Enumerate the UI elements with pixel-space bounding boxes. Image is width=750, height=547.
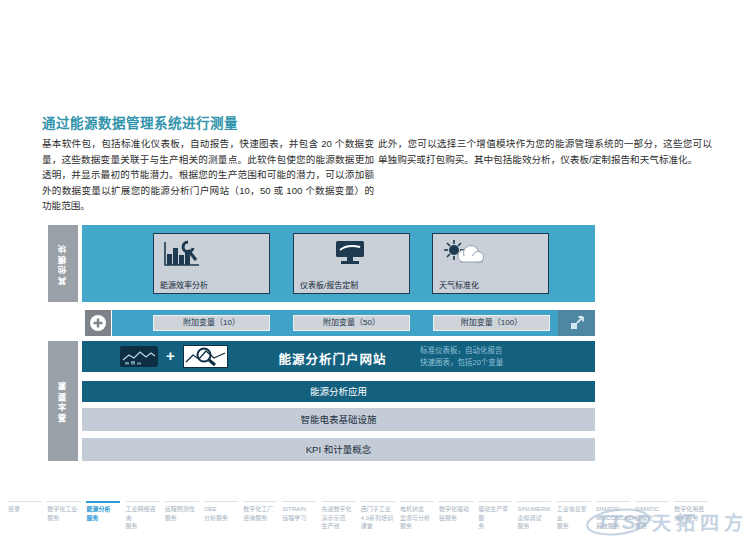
side-label-other-modules: 其他模块 <box>48 225 78 302</box>
watermark-brand-text: TTSF <box>596 510 650 533</box>
side-label-top-text: 其他模块 <box>57 243 69 285</box>
intro-paragraph-right: 此外，您可以选择三个增值模块作为您的能源管理系统的一部分，这些您可以单独购买或打… <box>378 136 712 167</box>
expand-arrows-icon <box>569 315 585 331</box>
tab-sitrain[interactable]: SITRAIN 远程学习 <box>282 501 316 531</box>
tab-industry40-training[interactable]: 西门子工业 4.0系列培训 课堂 <box>361 501 395 531</box>
addon-variables-100-button[interactable]: 附加变量（100） <box>433 315 550 331</box>
tab-digital-drive-chain[interactable]: 数字化驱动 链服务 <box>439 501 473 531</box>
portal-title: 能源分析门户网站 <box>270 349 395 368</box>
portal-notes: 标准仪表板，自动化报告 快速图表，包括20个变量 <box>420 345 503 368</box>
module-label: 仪表板/报告定制 <box>300 279 358 290</box>
tab-catalog[interactable]: 目录 <box>8 501 42 531</box>
addon-variables-50-button[interactable]: 附加变量（50） <box>293 315 410 331</box>
plus-tile <box>85 310 111 336</box>
energy-analysis-portal-row: + 能源分析门户网站 标准仪表板，自动化报告 快速图表，包括20个变量 <box>82 341 595 372</box>
dashboard-thumbnail-icon <box>120 346 158 367</box>
tab-drive-productivity[interactable]: 驱动生产率服 务 <box>478 501 512 531</box>
module-label: 能源效率分析 <box>160 279 208 290</box>
addon-variables-10-button[interactable]: 附加变量（10） <box>153 315 270 331</box>
addon-bar-end-cap <box>558 310 595 336</box>
tab-oee-analysis[interactable]: OEE 分析服务 <box>204 501 238 531</box>
bar-smart-meter-infra: 智能电表基础设施 <box>82 408 595 431</box>
bar-energy-analysis-app: 能源分析应用 <box>82 381 595 402</box>
plus-sign: + <box>166 347 175 364</box>
bar-chart-wrench-icon <box>161 239 203 269</box>
bar-kpi-metering-concept: KPI 和计量概念 <box>82 438 595 461</box>
tab-remote-predictive[interactable]: 远程预测性 服务 <box>165 501 199 531</box>
portal-note-line2: 快速图表，包括20个变量 <box>420 357 503 369</box>
module-weather-normalization[interactable]: 天气标准化 <box>432 233 549 294</box>
watermark-name-text: 天拓四方 <box>652 512 746 534</box>
brochure-page: 通过能源数据管理系统进行测量 基本软件包，包括标准化仪表板，自动报告，快速图表，… <box>0 0 750 547</box>
module-dashboard-reporting[interactable]: 仪表板/报告定制 <box>293 233 410 294</box>
side-label-bottom-text: 基本要素 <box>57 380 69 422</box>
tab-digital-factory[interactable]: 数字化工厂 咨询服务 <box>243 501 277 531</box>
monitor-icon <box>329 239 371 269</box>
watermark-logo: TTSF 天拓四方 <box>586 499 746 545</box>
tab-digital-industry[interactable]: 数字化工业 服务 <box>47 501 81 531</box>
tab-motor-monitoring[interactable]: 电机状态 监测与分析 服务 <box>400 501 434 531</box>
chart-magnifier-icon <box>183 345 228 368</box>
tab-industrial-network[interactable]: 工业网络咨询 服务 <box>126 501 160 531</box>
tab-demo-production-line[interactable]: 先进数字化 演示示范 生产线 <box>322 501 356 531</box>
tab-energy-analysis[interactable]: 能源分析 服务 <box>86 501 120 531</box>
intro-paragraph-left: 基本软件包，包括标准化仪表板，自动报告，快速图表，并包含 20 个数据变量，这些… <box>42 136 374 214</box>
side-label-basic-elements: 基本要素 <box>48 341 78 461</box>
module-energy-efficiency[interactable]: 能源效率分析 <box>153 233 270 294</box>
module-label: 天气标准化 <box>439 279 479 290</box>
plus-circle-icon <box>89 314 107 332</box>
tab-sinumerik-commission[interactable]: S/NUMERIK 虚拟调试 服务 <box>517 501 551 531</box>
addon-variables-bar: 附加变量（10） 附加变量（50） 附加变量（100） <box>112 310 558 336</box>
value-modules-banner: 能源效率分析 仪表板/报告定制 <box>82 225 595 302</box>
page-title: 通过能源数据管理系统进行测量 <box>42 112 238 132</box>
sun-cloud-icon <box>440 239 488 269</box>
portal-note-line1: 标准仪表板，自动化报告 <box>420 345 503 357</box>
